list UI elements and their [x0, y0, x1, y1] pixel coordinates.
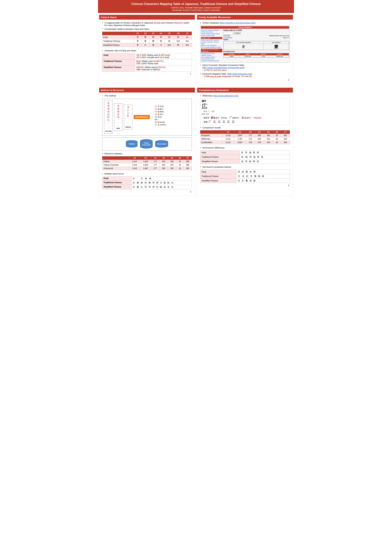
- table-row: Traditional Chinese Big5: Widely used (1…: [102, 60, 192, 66]
- main-header: Chinese Characters Mapping Table of Japa…: [98, 0, 294, 13]
- col-utf32: UTF-32: [270, 53, 289, 55]
- big5-chars: 雪愛國發訥・・・: [115, 105, 122, 127]
- col-empty: [200, 130, 222, 134]
- table-row: Unihan 3,1411,81517753338416289: [102, 160, 192, 163]
- link-script[interactable]: Script Name Charts: [201, 58, 222, 60]
- kanconvit-bullet: Kanconvit Mapping Table (http://kanconvi…: [200, 73, 290, 78]
- link-char-names[interactable]: Unicode Character Names Index: [201, 41, 222, 44]
- glyph-browser: 愛: [264, 44, 289, 50]
- additional-title: Additional Charts-Related Resources: [201, 49, 222, 52]
- kanconvit-link[interactable]: http://kanconvit.ta2o.net/: [228, 73, 252, 75]
- variant3-char: 慶: [241, 116, 244, 119]
- encoding-title: Encoding Forms: [223, 51, 289, 52]
- variant1-char: 廣: [211, 116, 213, 119]
- panel2-bullets: Unihan Database (http://unicode.org/char…: [200, 21, 290, 24]
- variant-label: ・異体字:: [201, 117, 210, 119]
- next-link[interactable]: Next >>>: [283, 37, 289, 38]
- table-row: Kanji 疙 菏 値 幫 咲: [200, 150, 290, 155]
- bullet3: Character sets of Kanji and Hanzi: [102, 49, 192, 52]
- table-row: Simplified Chinese 雪口国口N/A鮮N/A: [102, 43, 192, 47]
- col-empty: [102, 156, 129, 160]
- wiki-char-box: 漢字 広 ・部首: 广＋2画 総画: 5画 ・異体字: 廣(繁体字、旧字体)、 …: [200, 98, 290, 125]
- handwriting-chars: 广 広 広 広 広 広: [209, 120, 235, 123]
- kanji-heading: 漢字: [201, 100, 288, 103]
- table-row: Simplified Chinese 弁、瓣、办、辩、辩、辨 传 鲹、鲇 动、仂: [102, 185, 192, 189]
- wiktionary-link[interactable]: http://www.wiktionary.org/: [214, 94, 238, 97]
- col-c7: C7: [183, 32, 192, 35]
- link-standard[interactable]: The Unicode Standard (Latest): [201, 46, 222, 48]
- comparison-label: Comparison results: [200, 126, 290, 129]
- unihan-box: Unihan Database About the Unihan Databas…: [200, 25, 290, 62]
- link-norm[interactable]: Normalization Charts: [201, 53, 222, 54]
- not-found-wiktionary-bullet: Not found in Wiktionary: [200, 147, 290, 149]
- page-title: Chinese Characters Mapping Table of Japa…: [101, 2, 291, 6]
- col-c3: C3: [151, 156, 160, 160]
- bullet-wiktionary: Wiktionary (http://www.wiktionary.org/): [200, 94, 290, 97]
- col-decimal: Decimal: [224, 53, 239, 55]
- col-c4: C4: [160, 156, 168, 160]
- unihan-link-grid[interactable]: Unihan Grid Index: [201, 31, 222, 33]
- big5-column: 雪愛國發訥・・・ BIG5: [114, 103, 123, 131]
- link-where[interactable]: Where is my Character?: [201, 45, 222, 46]
- panel2-header: Freely Available Resources: [197, 15, 293, 20]
- table-row: Simplified Chinese 沍 叉 叠 泷 慎: [200, 179, 290, 183]
- unihan-link[interactable]: http://unicode.org/charts/unihan.html: [220, 21, 255, 24]
- nav-row: Grid Index Radical-stroke index (01.8-10…: [223, 35, 289, 37]
- multi-hanzi-label: Multiple Hanzi forms: [102, 172, 192, 175]
- enc-decimal: 24859: [224, 55, 239, 58]
- table-row: Proposed 3,1411,84717755034216282: [200, 134, 290, 137]
- hanzi-converter-link[interactable]: http://www.mandarintools.com/zhcode.html: [203, 66, 244, 69]
- row-1: Kanji & Hanzi A mapping table of Chinese…: [98, 13, 294, 86]
- variant2-char: 广: [229, 116, 232, 119]
- col-c3: C3: [149, 32, 157, 35]
- panel1-bullets: A mapping table of Chinese characters in…: [102, 21, 192, 27]
- unihan-link-about[interactable]: About the Unihan Database: [201, 29, 222, 31]
- panel1-bullet3: Character sets of Kanji and Hanzi: [102, 49, 192, 52]
- panel-kanji-hanzi: Kanji & Hanzi A mapping table of Chinese…: [99, 15, 195, 84]
- link-browser[interactable]: Unicode Character Browser: [201, 60, 222, 61]
- c7-code: C7: 込 N/A N/A: [155, 124, 166, 126]
- prev-next-row: <<< Previous Next >>>: [223, 37, 289, 38]
- not-found-proposed-bullet: Not found in proposed method: [200, 166, 290, 168]
- table-row: Kanji JIS X 0208: Widely used (6,355 Kan…: [102, 53, 192, 60]
- gb2312-label: GB2312: [125, 126, 131, 128]
- row-kanji: Kanji: [102, 35, 134, 39]
- c6-code: C6: 鮮 N/A 鮮: [155, 121, 166, 124]
- unihan-link-search[interactable]: Unihan Search Page: [201, 35, 222, 36]
- row-trad: Traditional Chinese: [102, 39, 134, 43]
- enc-utf8: E6 84 9B: [239, 55, 256, 58]
- link-collation[interactable]: Collation Charts: [201, 54, 222, 56]
- link-case[interactable]: Case Mapping Charts: [201, 56, 222, 58]
- table-row: +Kanconvit 3,1411,84717755034216282: [102, 167, 192, 170]
- handwriting-label: ・筆順:: [201, 121, 209, 123]
- page-number-3: 3: [102, 191, 192, 193]
- table-row: Simplified Chinese GB2312: Widely used (…: [102, 66, 192, 72]
- bullet1: A mapping table of Chinese characters in…: [102, 21, 192, 27]
- table-row: Kanji 弁 伝 鯵 働: [102, 176, 192, 180]
- lookup-input[interactable]: [223, 32, 233, 34]
- lookup-button[interactable]: Lookup: [234, 32, 241, 34]
- nfp-label: Not found in proposed method: [200, 166, 290, 168]
- classification-button[interactable]: Classification: [134, 115, 150, 119]
- col-c6: C6: [174, 32, 183, 35]
- panel3-header: Method & Resource: [99, 88, 195, 92]
- gb2312-chars: 雪口口鮮・・・: [125, 106, 131, 125]
- kanconvit-db: Kanconvit: [155, 140, 168, 148]
- jis-chars: 雪愛国発訥鮮込・・・: [105, 102, 112, 130]
- link-code-charts[interactable]: Code Charts (PDF Version): [201, 39, 222, 41]
- col-c1: C1: [129, 156, 140, 160]
- hanzi-note: – 6,740 TC and SC pairs: [202, 69, 227, 71]
- col-c7: C7: [183, 156, 192, 160]
- table-row: Traditional Chinese 疙、龍 菏 值 幫 笑: [200, 155, 290, 159]
- jis-label: JIS Kanji: [105, 130, 112, 132]
- enc-utf32: 0000611B: [270, 55, 289, 58]
- unihan-link-radical[interactable]: Unihan Radical-stroke Index: [201, 33, 222, 35]
- comparison-bullet: Comparison results: [200, 126, 290, 129]
- unicode-std-label: The Unicode Standard: [224, 41, 264, 44]
- unihan-inner: About the Unihan Database Unihan Grid In…: [201, 29, 289, 62]
- c1-code: C1: 雪 雪 雪: [155, 105, 166, 108]
- hanzi-label: Hanzi: [174, 21, 180, 24]
- resource-stats-bullet: Resource statistics: [102, 152, 192, 155]
- encoding-table: Decimal UTF-8 UTF-16 UTF-32 24859 E6 84 …: [223, 53, 289, 58]
- prev-link[interactable]: <<< Previous: [223, 37, 232, 38]
